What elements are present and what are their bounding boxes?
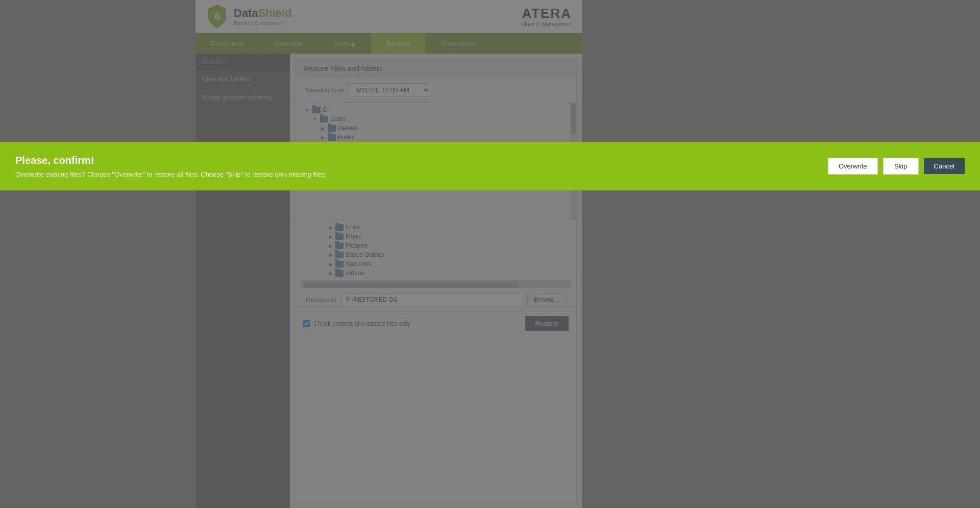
confirm-dialog: Please, confirm! Overwrite existing file… — [0, 142, 980, 190]
overlay: Please, confirm! Overwrite existing file… — [0, 0, 980, 508]
skip-button[interactable]: Skip — [883, 158, 919, 175]
overwrite-button[interactable]: Overwrite — [828, 158, 878, 175]
confirm-description: Overwrite existing files? Choose "Overwr… — [15, 171, 828, 178]
confirm-buttons: Overwrite Skip Cancel — [828, 158, 965, 175]
confirm-text-area: Please, confirm! Overwrite existing file… — [15, 155, 828, 178]
dim-bottom — [0, 190, 980, 508]
cancel-button[interactable]: Cancel — [924, 158, 965, 174]
dim-top — [0, 0, 980, 142]
confirm-title: Please, confirm! — [15, 155, 828, 166]
